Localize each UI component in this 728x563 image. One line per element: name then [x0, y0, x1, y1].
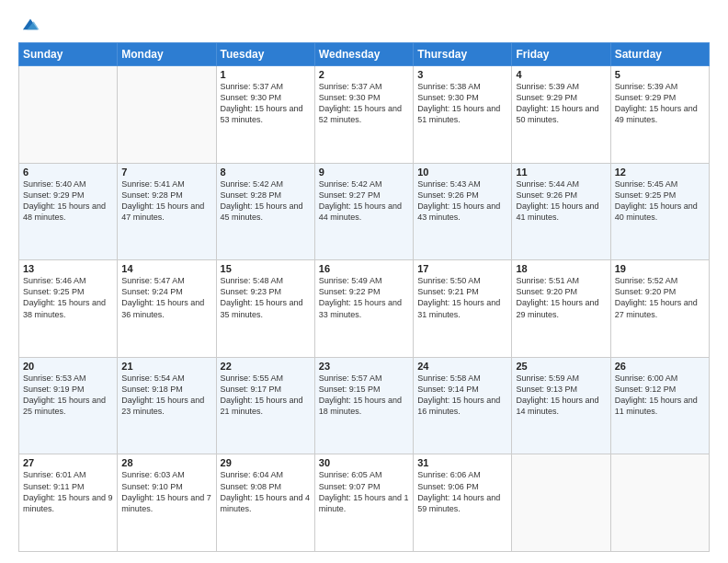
- day-info: Sunrise: 5:39 AM Sunset: 9:29 PM Dayligh…: [615, 81, 705, 126]
- day-info: Sunrise: 5:52 AM Sunset: 9:20 PM Dayligh…: [615, 275, 705, 320]
- day-number: 18: [516, 263, 606, 274]
- day-info: Sunrise: 5:48 AM Sunset: 9:23 PM Dayligh…: [221, 275, 311, 320]
- day-info: Sunrise: 5:37 AM Sunset: 9:30 PM Dayligh…: [221, 81, 311, 126]
- day-number: 1: [221, 69, 311, 80]
- calendar-cell: 6Sunrise: 5:40 AM Sunset: 9:29 PM Daylig…: [19, 163, 118, 260]
- calendar-cell: [610, 454, 709, 552]
- calendar-week-row: 13Sunrise: 5:46 AM Sunset: 9:25 PM Dayli…: [19, 260, 710, 358]
- day-info: Sunrise: 5:53 AM Sunset: 9:19 PM Dayligh…: [23, 373, 113, 418]
- calendar-cell: 17Sunrise: 5:50 AM Sunset: 9:21 PM Dayli…: [414, 260, 512, 358]
- calendar-cell: 20Sunrise: 5:53 AM Sunset: 9:19 PM Dayli…: [19, 357, 118, 454]
- calendar-table: SundayMondayTuesdayWednesdayThursdayFrid…: [18, 42, 710, 552]
- day-info: Sunrise: 6:00 AM Sunset: 9:12 PM Dayligh…: [615, 373, 705, 418]
- day-info: Sunrise: 5:38 AM Sunset: 9:30 PM Dayligh…: [417, 81, 507, 126]
- day-number: 14: [121, 263, 211, 274]
- day-number: 7: [121, 167, 211, 178]
- day-number: 29: [221, 457, 311, 468]
- day-number: 23: [319, 361, 409, 372]
- calendar-cell: 24Sunrise: 5:58 AM Sunset: 9:14 PM Dayli…: [414, 357, 512, 454]
- day-number: 12: [615, 167, 705, 178]
- day-number: 19: [615, 263, 705, 274]
- day-info: Sunrise: 5:43 AM Sunset: 9:26 PM Dayligh…: [417, 178, 507, 224]
- day-number: 8: [221, 167, 311, 178]
- calendar-cell: 13Sunrise: 5:46 AM Sunset: 9:25 PM Dayli…: [19, 260, 118, 358]
- calendar-cell: 14Sunrise: 5:47 AM Sunset: 9:24 PM Dayli…: [118, 260, 216, 358]
- calendar-cell: 15Sunrise: 5:48 AM Sunset: 9:23 PM Dayli…: [216, 260, 314, 358]
- day-info: Sunrise: 5:45 AM Sunset: 9:25 PM Dayligh…: [615, 178, 705, 224]
- calendar-cell: 16Sunrise: 5:49 AM Sunset: 9:22 PM Dayli…: [314, 260, 413, 358]
- day-number: 28: [121, 457, 211, 468]
- calendar-cell: 12Sunrise: 5:45 AM Sunset: 9:25 PM Dayli…: [610, 163, 709, 260]
- day-info: Sunrise: 5:51 AM Sunset: 9:20 PM Dayligh…: [516, 275, 606, 320]
- calendar-week-row: 27Sunrise: 6:01 AM Sunset: 9:11 PM Dayli…: [19, 454, 710, 552]
- day-number: 25: [516, 361, 606, 372]
- day-number: 4: [516, 69, 606, 80]
- day-number: 15: [221, 263, 311, 274]
- header: [18, 15, 710, 35]
- day-info: Sunrise: 6:04 AM Sunset: 9:08 PM Dayligh…: [221, 469, 311, 514]
- page: SundayMondayTuesdayWednesdayThursdayFrid…: [0, 0, 728, 563]
- day-number: 11: [516, 167, 606, 178]
- calendar-cell: 22Sunrise: 5:55 AM Sunset: 9:17 PM Dayli…: [216, 357, 314, 454]
- day-info: Sunrise: 5:59 AM Sunset: 9:13 PM Dayligh…: [516, 373, 606, 418]
- calendar-cell: 31Sunrise: 6:06 AM Sunset: 9:06 PM Dayli…: [414, 454, 512, 552]
- weekday-header-sunday: Sunday: [19, 43, 118, 66]
- calendar-cell: 19Sunrise: 5:52 AM Sunset: 9:20 PM Dayli…: [610, 260, 709, 358]
- calendar-cell: 25Sunrise: 5:59 AM Sunset: 9:13 PM Dayli…: [512, 357, 610, 454]
- weekday-header-wednesday: Wednesday: [314, 43, 413, 66]
- calendar-cell: 28Sunrise: 6:03 AM Sunset: 9:10 PM Dayli…: [118, 454, 216, 552]
- weekday-header-monday: Monday: [118, 43, 216, 66]
- day-info: Sunrise: 5:41 AM Sunset: 9:28 PM Dayligh…: [121, 178, 211, 224]
- calendar-cell: 18Sunrise: 5:51 AM Sunset: 9:20 PM Dayli…: [512, 260, 610, 358]
- calendar-cell: 1Sunrise: 5:37 AM Sunset: 9:30 PM Daylig…: [216, 66, 314, 164]
- day-number: 13: [23, 263, 113, 274]
- weekday-header-tuesday: Tuesday: [216, 43, 314, 66]
- calendar-cell: 29Sunrise: 6:04 AM Sunset: 9:08 PM Dayli…: [216, 454, 314, 552]
- calendar-cell: 9Sunrise: 5:42 AM Sunset: 9:27 PM Daylig…: [314, 163, 413, 260]
- day-number: 31: [417, 457, 507, 468]
- calendar-cell: 23Sunrise: 5:57 AM Sunset: 9:15 PM Dayli…: [314, 357, 413, 454]
- day-number: 27: [23, 457, 113, 468]
- day-number: 3: [417, 69, 507, 80]
- day-number: 26: [615, 361, 705, 372]
- calendar-cell: 30Sunrise: 6:05 AM Sunset: 9:07 PM Dayli…: [314, 454, 413, 552]
- day-info: Sunrise: 5:42 AM Sunset: 9:27 PM Dayligh…: [319, 178, 409, 224]
- day-number: 21: [121, 361, 211, 372]
- day-number: 6: [23, 167, 113, 178]
- day-number: 2: [319, 69, 409, 80]
- logo: [18, 15, 40, 35]
- calendar-cell: 3Sunrise: 5:38 AM Sunset: 9:30 PM Daylig…: [414, 66, 512, 164]
- day-info: Sunrise: 5:37 AM Sunset: 9:30 PM Dayligh…: [319, 81, 409, 126]
- day-number: 20: [23, 361, 113, 372]
- day-number: 30: [319, 457, 409, 468]
- calendar-cell: 10Sunrise: 5:43 AM Sunset: 9:26 PM Dayli…: [414, 163, 512, 260]
- calendar-cell: 7Sunrise: 5:41 AM Sunset: 9:28 PM Daylig…: [118, 163, 216, 260]
- calendar-cell: 5Sunrise: 5:39 AM Sunset: 9:29 PM Daylig…: [610, 66, 709, 164]
- day-info: Sunrise: 5:50 AM Sunset: 9:21 PM Dayligh…: [417, 275, 507, 320]
- day-info: Sunrise: 6:05 AM Sunset: 9:07 PM Dayligh…: [319, 469, 409, 514]
- calendar-cell: 26Sunrise: 6:00 AM Sunset: 9:12 PM Dayli…: [610, 357, 709, 454]
- day-info: Sunrise: 5:44 AM Sunset: 9:26 PM Dayligh…: [516, 178, 606, 224]
- day-info: Sunrise: 6:03 AM Sunset: 9:10 PM Dayligh…: [121, 469, 211, 514]
- day-info: Sunrise: 5:42 AM Sunset: 9:28 PM Dayligh…: [221, 178, 311, 224]
- calendar-cell: 11Sunrise: 5:44 AM Sunset: 9:26 PM Dayli…: [512, 163, 610, 260]
- calendar-cell: 4Sunrise: 5:39 AM Sunset: 9:29 PM Daylig…: [512, 66, 610, 164]
- day-number: 24: [417, 361, 507, 372]
- day-info: Sunrise: 5:55 AM Sunset: 9:17 PM Dayligh…: [221, 373, 311, 418]
- weekday-header-saturday: Saturday: [610, 43, 709, 66]
- day-info: Sunrise: 5:39 AM Sunset: 9:29 PM Dayligh…: [516, 81, 606, 126]
- day-info: Sunrise: 5:46 AM Sunset: 9:25 PM Dayligh…: [23, 275, 113, 320]
- calendar-cell: [19, 66, 118, 164]
- day-number: 17: [417, 263, 507, 274]
- day-number: 16: [319, 263, 409, 274]
- day-number: 9: [319, 167, 409, 178]
- calendar-header-row: SundayMondayTuesdayWednesdayThursdayFrid…: [19, 43, 710, 66]
- weekday-header-friday: Friday: [512, 43, 610, 66]
- day-number: 5: [615, 69, 705, 80]
- calendar-week-row: 20Sunrise: 5:53 AM Sunset: 9:19 PM Dayli…: [19, 357, 710, 454]
- day-info: Sunrise: 5:47 AM Sunset: 9:24 PM Dayligh…: [121, 275, 211, 320]
- calendar-cell: 27Sunrise: 6:01 AM Sunset: 9:11 PM Dayli…: [19, 454, 118, 552]
- calendar-cell: 2Sunrise: 5:37 AM Sunset: 9:30 PM Daylig…: [314, 66, 413, 164]
- calendar-week-row: 1Sunrise: 5:37 AM Sunset: 9:30 PM Daylig…: [19, 66, 710, 164]
- day-info: Sunrise: 6:01 AM Sunset: 9:11 PM Dayligh…: [23, 469, 113, 514]
